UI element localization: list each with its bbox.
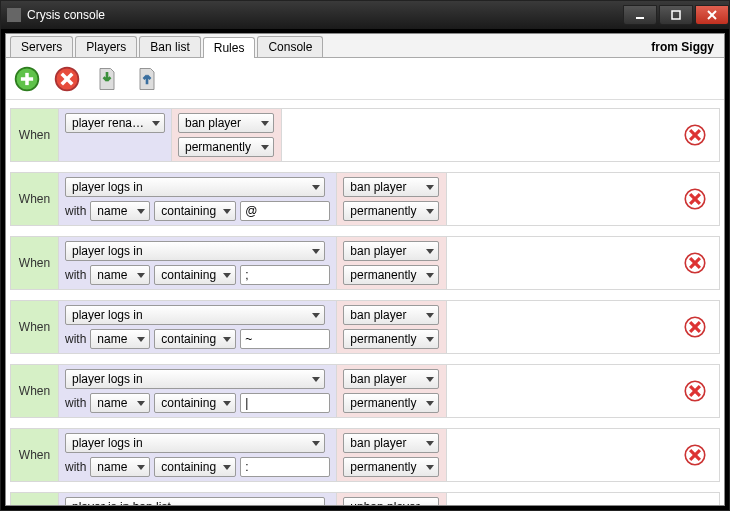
chevron-down-icon	[137, 401, 145, 406]
event-select[interactable]: player logs in	[65, 241, 325, 261]
when-label: When	[11, 301, 59, 353]
chevron-down-icon	[312, 377, 320, 382]
chevron-down-icon	[261, 121, 269, 126]
condition-block: player logs inwithnamecontaining	[59, 173, 337, 225]
chevron-down-icon	[137, 273, 145, 278]
chevron-down-icon	[426, 185, 434, 190]
filter-value-input[interactable]	[240, 393, 330, 413]
filter-value-input[interactable]	[240, 201, 330, 221]
filter-op-select[interactable]: containing	[154, 201, 236, 221]
tab-servers[interactable]: Servers	[10, 36, 73, 57]
filter-op-select[interactable]: containing	[154, 265, 236, 285]
delete-rule-button[interactable]	[671, 173, 719, 225]
action-block: ban playerpermanently	[337, 365, 447, 417]
chevron-down-icon	[426, 313, 434, 318]
action-select[interactable]: ban player	[343, 305, 439, 325]
rule-row: Whenplayer logs inwithnamecontainingban …	[10, 236, 720, 290]
chevron-down-icon	[426, 249, 434, 254]
chevron-down-icon	[223, 273, 231, 278]
tab-rules[interactable]: Rules	[203, 37, 256, 58]
action-block: ban playerpermanently	[172, 109, 282, 161]
delete-rule-button[interactable]	[671, 429, 719, 481]
export-rules-button[interactable]	[132, 64, 162, 94]
filter-field-select[interactable]: name	[90, 457, 150, 477]
delete-rule-button[interactable]	[671, 493, 719, 505]
condition-block: player logs inwithnamecontaining	[59, 301, 337, 353]
maximize-button[interactable]	[659, 5, 693, 25]
filter-field-select[interactable]: name	[90, 201, 150, 221]
chevron-down-icon	[223, 337, 231, 342]
delete-rule-button[interactable]	[671, 365, 719, 417]
condition-block: player logs inwithnamecontaining	[59, 365, 337, 417]
event-select[interactable]: player logs in	[65, 177, 325, 197]
action-select[interactable]: ban player	[343, 369, 439, 389]
chevron-down-icon	[137, 465, 145, 470]
chevron-down-icon	[312, 441, 320, 446]
action-duration-select[interactable]: permanently	[343, 201, 439, 221]
action-block: ban playerpermanently	[337, 429, 447, 481]
event-select[interactable]: player is in ban list	[65, 497, 325, 505]
filter-field-select[interactable]: name	[90, 329, 150, 349]
client-area: ServersPlayersBan listRulesConsolefrom S…	[5, 33, 725, 506]
minimize-button[interactable]	[623, 5, 657, 25]
action-duration-select[interactable]: permanently	[343, 457, 439, 477]
when-label: When	[11, 237, 59, 289]
event-select[interactable]: player renames	[65, 113, 165, 133]
action-select[interactable]: ban player	[343, 433, 439, 453]
with-label: with	[65, 268, 86, 282]
filter-field-select[interactable]: name	[90, 265, 150, 285]
import-rules-button[interactable]	[92, 64, 122, 94]
filter-op-select[interactable]: containing	[154, 329, 236, 349]
event-select[interactable]: player logs in	[65, 369, 325, 389]
action-select[interactable]: ban player	[178, 113, 274, 133]
chevron-down-icon	[426, 465, 434, 470]
tab-players[interactable]: Players	[75, 36, 137, 57]
close-button[interactable]	[695, 5, 729, 25]
event-select[interactable]: player logs in	[65, 433, 325, 453]
when-label: When	[11, 429, 59, 481]
tab-console[interactable]: Console	[257, 36, 323, 57]
delete-rule-button[interactable]	[671, 301, 719, 353]
action-block: unban player	[337, 493, 447, 505]
event-select[interactable]: player logs in	[65, 305, 325, 325]
delete-rule-button[interactable]	[671, 109, 719, 161]
rule-row: Whenplayer logs inwithnamecontainingban …	[10, 428, 720, 482]
rule-row: Whenplayer logs inwithnamecontainingban …	[10, 364, 720, 418]
filter-field-select[interactable]: name	[90, 393, 150, 413]
action-block: ban playerpermanently	[337, 237, 447, 289]
app-icon	[7, 8, 21, 22]
delete-rule-button[interactable]	[52, 64, 82, 94]
filter-value-input[interactable]	[240, 329, 330, 349]
action-select[interactable]: unban player	[343, 497, 439, 505]
rule-row: Whenplayer logs inwithnamecontainingban …	[10, 172, 720, 226]
action-select[interactable]: ban player	[343, 241, 439, 261]
delete-rule-button[interactable]	[671, 237, 719, 289]
condition-block: player is in ban listwithnameequal to	[59, 493, 337, 505]
chevron-down-icon	[223, 209, 231, 214]
with-label: with	[65, 204, 86, 218]
filter-value-input[interactable]	[240, 265, 330, 285]
action-block: ban playerpermanently	[337, 301, 447, 353]
action-select[interactable]: ban player	[343, 177, 439, 197]
filter-value-input[interactable]	[240, 457, 330, 477]
chevron-down-icon	[223, 465, 231, 470]
filter-op-select[interactable]: containing	[154, 393, 236, 413]
titlebar: Crysis console	[1, 1, 729, 29]
svg-rect-1	[672, 11, 680, 19]
chevron-down-icon	[426, 209, 434, 214]
action-duration-select[interactable]: permanently	[343, 329, 439, 349]
tab-ban-list[interactable]: Ban list	[139, 36, 200, 57]
chevron-down-icon	[426, 401, 434, 406]
when-label: When	[11, 109, 59, 161]
action-duration-select[interactable]: permanently	[343, 393, 439, 413]
action-block: ban playerpermanently	[337, 173, 447, 225]
filter-op-select[interactable]: containing	[154, 457, 236, 477]
rules-list: Whenplayer renamesban playerpermanentlyW…	[6, 100, 724, 505]
add-rule-button[interactable]	[12, 64, 42, 94]
chevron-down-icon	[312, 249, 320, 254]
chevron-down-icon	[137, 337, 145, 342]
action-duration-select[interactable]: permanently	[343, 265, 439, 285]
chevron-down-icon	[426, 505, 434, 506]
with-label: with	[65, 332, 86, 346]
action-duration-select[interactable]: permanently	[178, 137, 274, 157]
